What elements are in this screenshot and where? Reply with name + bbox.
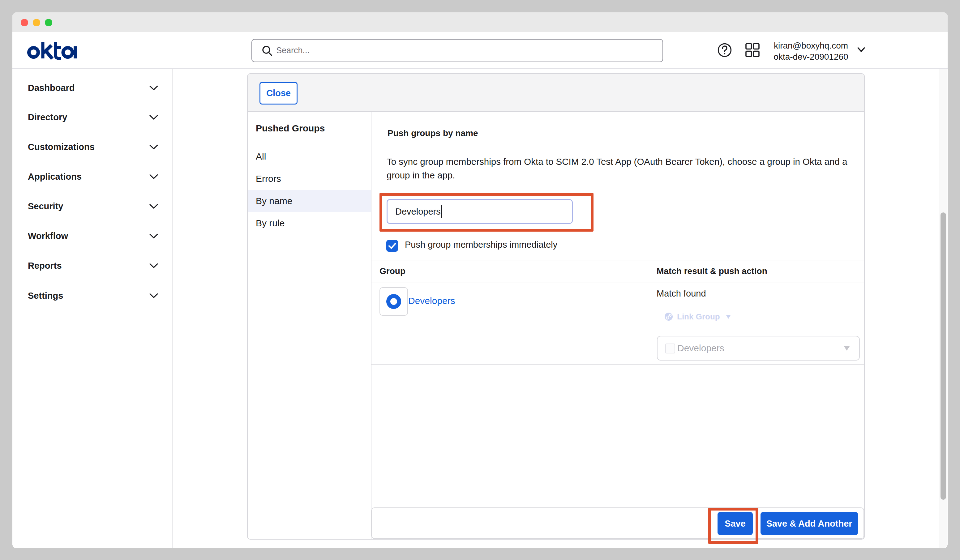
link-group-label: Link Group [677, 311, 720, 322]
sidebar-item-settings[interactable]: Settings [12, 281, 172, 310]
scrollbar-thumb[interactable] [941, 213, 946, 500]
window-titlebar [12, 12, 948, 32]
sidebar-item-label: Workflow [28, 221, 68, 251]
chevron-down-icon [149, 204, 158, 209]
sidebar-item-label: Customizations [28, 132, 94, 162]
user-menu[interactable]: kiran@boxyhq.com okta-dev-20901260 [765, 40, 857, 62]
chevron-down-icon [149, 144, 158, 150]
sidebar-item-reports[interactable]: Reports [12, 251, 172, 280]
chevron-down-icon [149, 263, 158, 269]
group-name-value: Developers [395, 206, 441, 216]
sidebar-item-label: Settings [28, 281, 63, 310]
push-immediately-label: Push group memberships immediately [405, 238, 557, 251]
group-icon [386, 294, 401, 309]
sidebar-item-security[interactable]: Security [12, 191, 172, 221]
table-top-border [371, 260, 864, 260]
panel-header: Close [248, 74, 864, 112]
apps-grid-icon[interactable] [746, 43, 760, 57]
help-icon[interactable] [718, 43, 732, 57]
browser-window: kiran@boxyhq.com okta-dev-20901260 Dashb… [12, 12, 948, 548]
linked-group-select[interactable]: Developers [657, 336, 860, 360]
save-button[interactable]: Save [718, 512, 753, 535]
chevron-down-icon [149, 293, 158, 298]
column-header-match: Match result & push action [657, 264, 767, 278]
sidebar-item-label: Applications [28, 162, 82, 191]
zoom-window-button[interactable] [45, 19, 52, 26]
sidebar-item-dashboard[interactable]: Dashboard [12, 73, 172, 102]
sidebar-item-customizations[interactable]: Customizations [12, 132, 172, 162]
sidebar-item-label: Reports [28, 251, 62, 280]
group-name-input[interactable]: Developers [387, 199, 573, 224]
chevron-down-icon [149, 115, 158, 120]
match-result-text: Match found [657, 286, 706, 300]
sidebar-item-label: Dashboard [28, 73, 75, 102]
sidebar: Dashboard Directory Customizations Appli… [12, 69, 173, 548]
user-org: okta-dev-20901260 [765, 51, 857, 62]
user-email: kiran@boxyhq.com [765, 40, 857, 51]
select-checkbox [665, 344, 675, 354]
link-group-caret-icon [726, 315, 731, 319]
global-search [251, 39, 663, 62]
panel-footer: Save Save & Add Another [371, 507, 864, 539]
table-header-border [371, 283, 864, 283]
chevron-down-icon [149, 85, 158, 91]
section-heading: Push groups by name [387, 126, 478, 140]
group-link[interactable]: Developers [408, 294, 455, 308]
group-icon-tile [379, 287, 408, 316]
sidebar-item-workflow[interactable]: Workflow [12, 221, 172, 251]
table-row-border [371, 364, 864, 365]
okta-logo [27, 42, 77, 61]
user-menu-chevron-down-icon[interactable] [857, 47, 865, 53]
tab-by-rule[interactable]: By rule [248, 212, 371, 234]
link-icon [665, 313, 673, 321]
search-icon [261, 45, 273, 57]
tab-all[interactable]: All [248, 146, 371, 168]
section-description: To sync group memberships from Okta to S… [387, 155, 863, 182]
close-button[interactable]: Close [259, 82, 298, 104]
pushed-groups-panel: Close Pushed Groups All Errors By name B… [247, 73, 865, 539]
tab-by-name[interactable]: By name [248, 190, 371, 212]
text-cursor [441, 205, 442, 218]
sidebar-item-label: Directory [28, 102, 67, 132]
pushed-groups-nav: Pushed Groups All Errors By name By rule [248, 112, 371, 539]
pushed-groups-tab-label: By rule [256, 218, 285, 228]
pushed-groups-tab-label: Errors [256, 173, 281, 184]
save-add-another-button[interactable]: Save & Add Another [760, 512, 858, 535]
sidebar-item-label: Security [28, 191, 63, 221]
top-navigation-bar: kiran@boxyhq.com okta-dev-20901260 [12, 32, 948, 69]
selected-group: Developers [677, 336, 724, 360]
close-window-button[interactable] [21, 19, 28, 26]
scrollbar-track[interactable] [939, 69, 947, 548]
sidebar-item-directory[interactable]: Directory [12, 102, 172, 132]
pushed-groups-tab-label: All [256, 151, 266, 162]
select-caret-icon [844, 346, 850, 350]
pushed-groups-tab-label: By name [256, 196, 292, 206]
chevron-down-icon [149, 174, 158, 179]
sidebar-item-applications[interactable]: Applications [12, 162, 172, 191]
tab-errors[interactable]: Errors [248, 168, 371, 190]
chevron-down-icon [149, 234, 158, 239]
minimize-window-button[interactable] [33, 19, 40, 26]
pushed-groups-title: Pushed Groups [256, 122, 325, 134]
push-immediately-checkbox[interactable] [386, 240, 398, 252]
column-header-group: Group [379, 264, 405, 278]
search-input[interactable] [276, 40, 647, 62]
checkmark-icon [386, 240, 398, 252]
